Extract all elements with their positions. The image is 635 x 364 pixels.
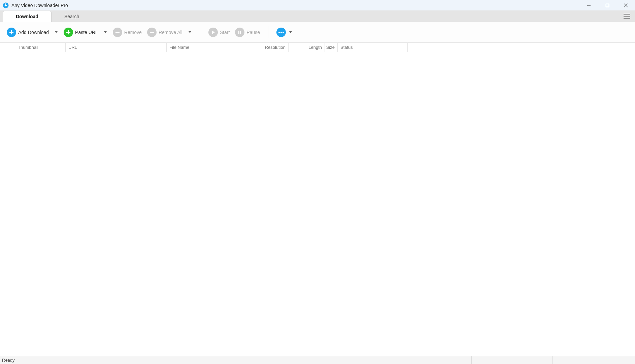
paste-url-dropdown[interactable] <box>104 31 107 33</box>
menu-button[interactable] <box>622 11 632 21</box>
minimize-button[interactable] <box>579 0 598 10</box>
tab-strip: Download Search <box>0 10 635 22</box>
play-icon <box>208 28 218 37</box>
start-button[interactable]: Start <box>206 26 232 38</box>
add-download-dropdown[interactable] <box>55 31 58 33</box>
plus-icon <box>64 28 73 37</box>
more-icon <box>276 28 286 37</box>
add-download-button[interactable]: Add Download <box>5 26 51 38</box>
column-url[interactable]: URL <box>65 43 166 52</box>
status-segment-right <box>552 356 633 364</box>
tab-download-label: Download <box>16 14 38 19</box>
title-bar: Any Video Downloader Pro <box>0 0 635 10</box>
plus-icon <box>7 28 16 37</box>
column-resolution-label: Resolution <box>265 45 286 50</box>
paste-url-button[interactable]: Paste URL <box>62 26 100 38</box>
minus-icon <box>113 28 122 37</box>
status-text: Ready <box>2 356 15 364</box>
column-status[interactable]: Status <box>337 43 407 52</box>
column-filename[interactable]: File Name <box>166 43 252 52</box>
app-icon <box>3 2 9 8</box>
remove-all-label: Remove All <box>159 30 182 35</box>
column-length[interactable]: Length <box>288 43 325 52</box>
status-bar: Ready <box>0 356 635 364</box>
svg-marker-14 <box>212 31 215 34</box>
column-thumbnail[interactable]: Thumbnail <box>15 43 65 52</box>
tab-download[interactable]: Download <box>3 11 52 22</box>
window-controls <box>579 0 635 10</box>
svg-rect-2 <box>606 4 609 7</box>
svg-line-3 <box>624 4 628 7</box>
start-label: Start <box>220 30 230 35</box>
svg-rect-15 <box>238 31 239 34</box>
tab-search-label: Search <box>64 14 79 19</box>
column-size[interactable]: Size <box>325 43 337 52</box>
column-length-label: Length <box>308 45 322 50</box>
download-list <box>0 52 635 356</box>
column-resolution[interactable]: Resolution <box>252 43 288 52</box>
remove-all-dropdown[interactable] <box>189 31 191 33</box>
toolbar-separator <box>200 26 200 38</box>
app-title: Any Video Downloader Pro <box>11 3 68 8</box>
tab-search[interactable]: Search <box>52 11 92 22</box>
column-status-label: Status <box>340 45 353 50</box>
svg-rect-16 <box>240 31 241 34</box>
maximize-button[interactable] <box>598 0 616 10</box>
add-download-label: Add Download <box>18 30 49 35</box>
toolbar: Add Download Paste URL Remove Remove All… <box>0 22 635 43</box>
column-spacer <box>407 43 635 52</box>
column-thumbnail-label: Thumbnail <box>18 45 38 50</box>
pause-label: Pause <box>246 30 260 35</box>
close-button[interactable] <box>616 0 635 10</box>
remove-all-button[interactable]: Remove All <box>145 26 185 38</box>
column-header-row: Thumbnail URL File Name Resolution Lengt… <box>0 43 635 52</box>
pause-button[interactable]: Pause <box>233 26 262 38</box>
caret-down-icon <box>289 31 292 33</box>
paste-url-label: Paste URL <box>75 30 98 35</box>
column-filename-label: File Name <box>169 45 189 50</box>
svg-line-4 <box>624 4 628 7</box>
minus-icon <box>147 28 157 37</box>
column-url-label: URL <box>68 45 77 50</box>
status-segment-mid <box>471 356 552 364</box>
remove-label: Remove <box>124 30 142 35</box>
remove-button[interactable]: Remove <box>111 26 144 38</box>
toolbar-separator <box>268 26 268 38</box>
svg-point-0 <box>3 2 9 8</box>
column-size-label: Size <box>326 45 335 50</box>
more-button[interactable] <box>274 26 294 38</box>
column-checkbox[interactable] <box>0 43 15 52</box>
pause-icon <box>235 28 244 37</box>
